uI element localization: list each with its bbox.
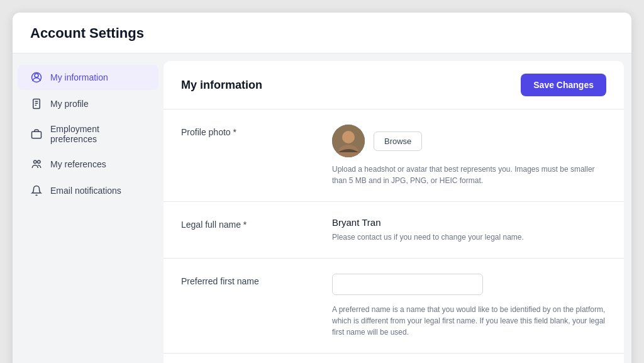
legal-name-value: Bryant Tran (332, 217, 606, 228)
briefcase-icon (30, 128, 43, 140)
body-layout: My information My profile Employment pre… (13, 53, 631, 363)
svg-point-0 (35, 74, 38, 77)
avatar (332, 125, 365, 157)
preferred-name-input[interactable] (332, 274, 483, 295)
profile-photo-content: Browse Upload a headshot or avatar that … (332, 125, 606, 186)
sidebar-item-my-references[interactable]: My references (18, 152, 158, 177)
legal-name-label: Legal full name * (181, 217, 307, 230)
document-icon (30, 98, 43, 110)
sidebar-item-employment-preferences[interactable]: Employment preferences (18, 118, 158, 150)
content-title: My information (181, 79, 262, 92)
preferred-name-helper: A preferred name is a name that you woul… (332, 304, 606, 338)
header: Account Settings (13, 13, 631, 53)
browse-button[interactable]: Browse (374, 131, 422, 151)
svg-point-12 (343, 131, 354, 143)
legal-name-helper: Please contact us if you need to change … (332, 232, 606, 243)
svg-point-8 (38, 160, 41, 164)
app-container: Account Settings My information (13, 13, 631, 363)
pronouns-section: Preferred pronouns Select... He/Him She/… (164, 354, 624, 363)
sidebar-label-email-notifications: Email notifications (50, 186, 121, 196)
sidebar: My information My profile Employment pre… (13, 53, 164, 363)
user-circle-icon (30, 71, 43, 84)
content-header: My information Save Changes (164, 61, 624, 109)
svg-rect-6 (32, 131, 42, 138)
sidebar-item-email-notifications[interactable]: Email notifications (18, 178, 158, 203)
preferred-name-section: Preferred first name A preferred name is… (164, 259, 624, 354)
sidebar-label-my-references: My references (50, 159, 106, 169)
svg-point-7 (34, 160, 37, 164)
bell-icon (30, 184, 43, 197)
main-content: My information Save Changes Profile phot… (164, 61, 624, 363)
photo-row: Browse (332, 125, 606, 157)
sidebar-item-my-profile[interactable]: My profile (18, 91, 158, 116)
legal-name-section: Legal full name * Bryant Tran Please con… (164, 202, 624, 259)
sidebar-label-my-information: My information (50, 72, 108, 82)
preferred-name-label: Preferred first name (181, 274, 307, 286)
users-icon (30, 158, 43, 170)
preferred-name-content: A preferred name is a name that you woul… (332, 274, 606, 338)
profile-photo-section: Profile photo * Browse (164, 109, 624, 202)
page-title: Account Settings (30, 25, 614, 42)
profile-photo-helper: Upload a headshot or avatar that best re… (332, 164, 606, 186)
sidebar-label-employment-preferences: Employment preferences (50, 124, 146, 144)
profile-photo-label: Profile photo * (181, 125, 307, 137)
sidebar-label-my-profile: My profile (50, 99, 89, 109)
legal-name-content: Bryant Tran Please contact us if you nee… (332, 217, 606, 243)
save-changes-button[interactable]: Save Changes (521, 74, 606, 96)
sidebar-item-my-information[interactable]: My information (18, 65, 158, 90)
